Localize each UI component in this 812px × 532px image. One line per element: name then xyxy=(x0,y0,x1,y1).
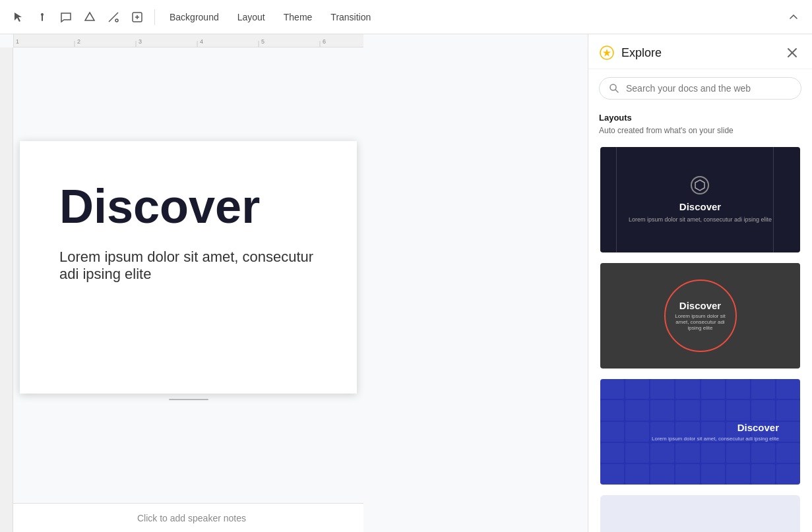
theme-button[interactable]: Theme xyxy=(276,8,321,26)
shapes-button[interactable] xyxy=(79,7,100,28)
search-input[interactable] xyxy=(626,83,792,94)
collapse-toolbar-button[interactable] xyxy=(783,7,804,28)
layout-card-4[interactable] xyxy=(599,494,801,532)
layout-button[interactable]: Layout xyxy=(230,8,273,26)
line-tool-button[interactable] xyxy=(103,7,124,28)
svg-marker-31 xyxy=(695,180,704,191)
explore-header: Explore xyxy=(588,34,812,69)
comment-button[interactable] xyxy=(55,7,77,28)
pan-tool-button[interactable] xyxy=(32,7,53,28)
explore-panel: Explore Layouts Auto created from what's… xyxy=(588,34,812,532)
card-1-title: Discover xyxy=(679,201,721,212)
toolbar-separator-1 xyxy=(154,9,155,25)
layouts-heading: Layouts xyxy=(599,113,801,123)
ruler-horizontal: 1 2 3 4 5 6 7 8 9 xyxy=(13,34,363,47)
layout-card-3[interactable]: Discover Lorem ipsum dolor sit amet, con… xyxy=(599,378,801,486)
svg-text:4: 4 xyxy=(200,38,203,45)
svg-point-4 xyxy=(115,19,118,22)
search-box[interactable] xyxy=(599,77,801,100)
search-icon xyxy=(609,83,619,94)
card-3-title: Discover xyxy=(652,422,779,433)
svg-rect-1 xyxy=(42,13,43,21)
slide-subtitle[interactable]: Lorem ipsum dolor sit amet, consecutur a… xyxy=(59,249,317,283)
svg-text:1: 1 xyxy=(16,38,19,45)
layout-card-1[interactable]: Discover Lorem ipsum dolor sit amet, con… xyxy=(599,146,801,254)
main-area: 1 2 3 4 5 6 7 8 9 xyxy=(0,34,812,532)
svg-text:6: 6 xyxy=(323,38,326,45)
svg-text:5: 5 xyxy=(261,38,265,45)
ruler-vertical xyxy=(0,47,13,532)
card-3-subtitle: Lorem ipsum dolor sit amet, consecutur a… xyxy=(652,436,779,442)
layouts-subtext: Auto created from what's on your slide xyxy=(599,125,801,136)
svg-marker-2 xyxy=(85,13,94,20)
svg-text:2: 2 xyxy=(77,38,80,45)
slide[interactable]: Discover Lorem ipsum dolor sit amet, con… xyxy=(20,141,357,394)
svg-line-30 xyxy=(615,90,618,92)
explore-title-row: Explore xyxy=(599,45,662,61)
transition-button[interactable]: Transition xyxy=(323,8,379,26)
toolbar: Background Layout Theme Transition xyxy=(0,0,812,34)
card-2-title: Discover xyxy=(679,300,721,311)
canvas-area[interactable]: 1 2 3 4 5 6 7 8 9 xyxy=(0,34,588,532)
card-1-subtitle: Lorem ipsum dolor sit amet, consecutur a… xyxy=(629,216,772,223)
select-tool-button[interactable] xyxy=(8,7,29,28)
slide-title[interactable]: Discover xyxy=(59,181,317,233)
card-2-subtitle: Lorem ipsum dolor sit amet, consecutur a… xyxy=(666,313,735,331)
layouts-section: Layouts Auto created from what's on your… xyxy=(588,107,812,532)
layout-card-2[interactable]: Discover Lorem ipsum dolor sit amet, con… xyxy=(599,262,801,370)
svg-text:3: 3 xyxy=(139,38,142,45)
background-button[interactable]: Background xyxy=(162,8,227,26)
close-explore-button[interactable] xyxy=(783,44,801,62)
insert-button[interactable] xyxy=(127,7,148,28)
explore-title: Explore xyxy=(621,46,662,60)
notes-placeholder[interactable]: Click to add speaker notes xyxy=(137,513,246,523)
notes-area[interactable]: Click to add speaker notes xyxy=(0,503,363,532)
explore-star-icon xyxy=(599,45,615,61)
svg-line-3 xyxy=(109,13,118,22)
